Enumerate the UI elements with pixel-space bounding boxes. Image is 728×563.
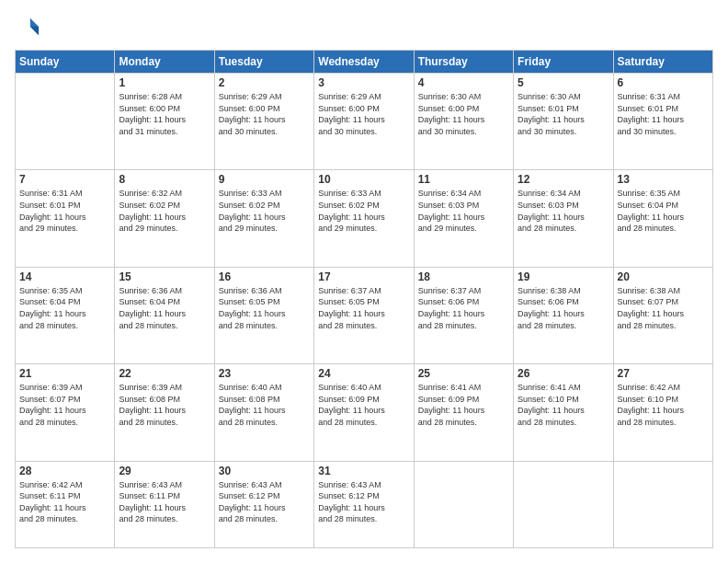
- day-info: Sunrise: 6:43 AMSunset: 6:12 PMDaylight:…: [318, 479, 409, 525]
- header: [15, 15, 713, 40]
- calendar-cell: 13Sunrise: 6:35 AMSunset: 6:04 PMDayligh…: [613, 170, 712, 267]
- calendar-cell: 12Sunrise: 6:34 AMSunset: 6:03 PMDayligh…: [514, 170, 613, 267]
- day-number: 25: [418, 367, 509, 380]
- day-number: 21: [19, 367, 110, 380]
- day-info: Sunrise: 6:34 AMSunset: 6:03 PMDaylight:…: [418, 188, 509, 234]
- day-number: 10: [318, 173, 409, 186]
- calendar-cell: 20Sunrise: 6:38 AMSunset: 6:07 PMDayligh…: [613, 267, 712, 363]
- day-info: Sunrise: 6:39 AMSunset: 6:08 PMDaylight:…: [119, 382, 210, 428]
- day-number: 11: [418, 173, 509, 186]
- calendar-cell: 21Sunrise: 6:39 AMSunset: 6:07 PMDayligh…: [16, 364, 115, 461]
- calendar-cell: 31Sunrise: 6:43 AMSunset: 6:12 PMDayligh…: [314, 461, 414, 547]
- calendar-cell: 5Sunrise: 6:30 AMSunset: 6:01 PMDaylight…: [514, 74, 613, 170]
- calendar-cell: 14Sunrise: 6:35 AMSunset: 6:04 PMDayligh…: [16, 267, 115, 363]
- calendar-cell: 27Sunrise: 6:42 AMSunset: 6:10 PMDayligh…: [613, 364, 712, 461]
- day-number: 19: [518, 270, 609, 283]
- calendar-cell: 28Sunrise: 6:42 AMSunset: 6:11 PMDayligh…: [16, 461, 115, 547]
- day-info: Sunrise: 6:33 AMSunset: 6:02 PMDaylight:…: [219, 188, 310, 234]
- day-number: 29: [119, 465, 210, 477]
- day-number: 17: [318, 270, 409, 283]
- calendar-cell: 3Sunrise: 6:29 AMSunset: 6:00 PMDaylight…: [314, 74, 414, 170]
- day-info: Sunrise: 6:38 AMSunset: 6:06 PMDaylight:…: [518, 285, 609, 331]
- day-number: 1: [119, 76, 210, 89]
- day-info: Sunrise: 6:30 AMSunset: 6:00 PMDaylight:…: [418, 91, 509, 137]
- calendar-week-row: 14Sunrise: 6:35 AMSunset: 6:04 PMDayligh…: [16, 267, 713, 363]
- calendar-cell: 29Sunrise: 6:43 AMSunset: 6:11 PMDayligh…: [115, 461, 214, 547]
- day-number: 28: [19, 465, 110, 477]
- calendar-cell: 4Sunrise: 6:30 AMSunset: 6:00 PMDaylight…: [414, 74, 513, 170]
- calendar-cell: 30Sunrise: 6:43 AMSunset: 6:12 PMDayligh…: [214, 461, 313, 547]
- day-number: 22: [119, 367, 210, 380]
- day-number: 23: [219, 367, 310, 380]
- day-number: 2: [219, 76, 310, 89]
- day-info: Sunrise: 6:38 AMSunset: 6:07 PMDaylight:…: [618, 285, 709, 331]
- calendar-header-tuesday: Tuesday: [214, 51, 313, 74]
- calendar-cell: [414, 461, 513, 547]
- day-number: 27: [618, 367, 709, 380]
- calendar-header-sunday: Sunday: [16, 51, 115, 74]
- day-info: Sunrise: 6:42 AMSunset: 6:11 PMDaylight:…: [19, 479, 110, 525]
- calendar-cell: 23Sunrise: 6:40 AMSunset: 6:08 PMDayligh…: [214, 364, 313, 461]
- calendar-cell: [16, 74, 115, 170]
- day-info: Sunrise: 6:42 AMSunset: 6:10 PMDaylight:…: [618, 382, 709, 428]
- day-info: Sunrise: 6:40 AMSunset: 6:09 PMDaylight:…: [318, 382, 409, 428]
- day-info: Sunrise: 6:36 AMSunset: 6:05 PMDaylight:…: [219, 285, 310, 331]
- calendar-cell: [613, 461, 712, 547]
- day-number: 18: [418, 270, 509, 283]
- calendar-cell: 7Sunrise: 6:31 AMSunset: 6:01 PMDaylight…: [16, 170, 115, 267]
- calendar-cell: 15Sunrise: 6:36 AMSunset: 6:04 PMDayligh…: [115, 267, 214, 363]
- day-info: Sunrise: 6:34 AMSunset: 6:03 PMDaylight:…: [518, 188, 609, 234]
- day-number: 13: [618, 173, 709, 186]
- day-number: 30: [219, 465, 310, 477]
- day-info: Sunrise: 6:37 AMSunset: 6:05 PMDaylight:…: [318, 285, 409, 331]
- day-number: 26: [518, 367, 609, 380]
- day-info: Sunrise: 6:43 AMSunset: 6:12 PMDaylight:…: [219, 479, 310, 525]
- calendar-cell: 1Sunrise: 6:28 AMSunset: 6:00 PMDaylight…: [115, 74, 214, 170]
- calendar-cell: 22Sunrise: 6:39 AMSunset: 6:08 PMDayligh…: [115, 364, 214, 461]
- day-info: Sunrise: 6:30 AMSunset: 6:01 PMDaylight:…: [518, 91, 609, 137]
- day-number: 6: [618, 76, 709, 89]
- day-number: 31: [318, 465, 409, 477]
- calendar-week-row: 7Sunrise: 6:31 AMSunset: 6:01 PMDaylight…: [16, 170, 713, 267]
- day-info: Sunrise: 6:29 AMSunset: 6:00 PMDaylight:…: [318, 91, 409, 137]
- calendar-cell: 8Sunrise: 6:32 AMSunset: 6:02 PMDaylight…: [115, 170, 214, 267]
- calendar-header-monday: Monday: [115, 51, 214, 74]
- day-number: 24: [318, 367, 409, 380]
- day-info: Sunrise: 6:28 AMSunset: 6:00 PMDaylight:…: [119, 91, 210, 137]
- day-info: Sunrise: 6:32 AMSunset: 6:02 PMDaylight:…: [119, 188, 210, 234]
- day-number: 12: [518, 173, 609, 186]
- day-info: Sunrise: 6:39 AMSunset: 6:07 PMDaylight:…: [19, 382, 110, 428]
- day-number: 20: [618, 270, 709, 283]
- day-number: 14: [19, 270, 110, 283]
- calendar-cell: 11Sunrise: 6:34 AMSunset: 6:03 PMDayligh…: [414, 170, 513, 267]
- calendar-cell: 2Sunrise: 6:29 AMSunset: 6:00 PMDaylight…: [214, 74, 313, 170]
- calendar-table: SundayMondayTuesdayWednesdayThursdayFrid…: [15, 50, 713, 548]
- logo: [15, 15, 44, 40]
- day-info: Sunrise: 6:31 AMSunset: 6:01 PMDaylight:…: [618, 91, 709, 137]
- calendar-cell: 10Sunrise: 6:33 AMSunset: 6:02 PMDayligh…: [314, 170, 414, 267]
- calendar-week-row: 28Sunrise: 6:42 AMSunset: 6:11 PMDayligh…: [16, 461, 713, 547]
- svg-marker-0: [30, 18, 39, 27]
- day-info: Sunrise: 6:36 AMSunset: 6:04 PMDaylight:…: [119, 285, 210, 331]
- calendar-header-row: SundayMondayTuesdayWednesdayThursdayFrid…: [16, 51, 713, 74]
- calendar-cell: 9Sunrise: 6:33 AMSunset: 6:02 PMDaylight…: [214, 170, 313, 267]
- calendar-cell: 25Sunrise: 6:41 AMSunset: 6:09 PMDayligh…: [414, 364, 513, 461]
- calendar-header-thursday: Thursday: [414, 51, 513, 74]
- calendar-header-friday: Friday: [514, 51, 613, 74]
- day-info: Sunrise: 6:37 AMSunset: 6:06 PMDaylight:…: [418, 285, 509, 331]
- day-info: Sunrise: 6:33 AMSunset: 6:02 PMDaylight:…: [318, 188, 409, 234]
- calendar-cell: 17Sunrise: 6:37 AMSunset: 6:05 PMDayligh…: [314, 267, 414, 363]
- day-number: 5: [518, 76, 609, 89]
- calendar-cell: 19Sunrise: 6:38 AMSunset: 6:06 PMDayligh…: [514, 267, 613, 363]
- day-info: Sunrise: 6:40 AMSunset: 6:08 PMDaylight:…: [219, 382, 310, 428]
- day-info: Sunrise: 6:31 AMSunset: 6:01 PMDaylight:…: [19, 188, 110, 234]
- day-number: 16: [219, 270, 310, 283]
- day-info: Sunrise: 6:35 AMSunset: 6:04 PMDaylight:…: [618, 188, 709, 234]
- svg-marker-1: [30, 27, 39, 35]
- day-number: 7: [19, 173, 110, 186]
- day-info: Sunrise: 6:35 AMSunset: 6:04 PMDaylight:…: [19, 285, 110, 331]
- day-number: 4: [418, 76, 509, 89]
- calendar-header-wednesday: Wednesday: [314, 51, 414, 74]
- day-info: Sunrise: 6:29 AMSunset: 6:00 PMDaylight:…: [219, 91, 310, 137]
- calendar-week-row: 1Sunrise: 6:28 AMSunset: 6:00 PMDaylight…: [16, 74, 713, 170]
